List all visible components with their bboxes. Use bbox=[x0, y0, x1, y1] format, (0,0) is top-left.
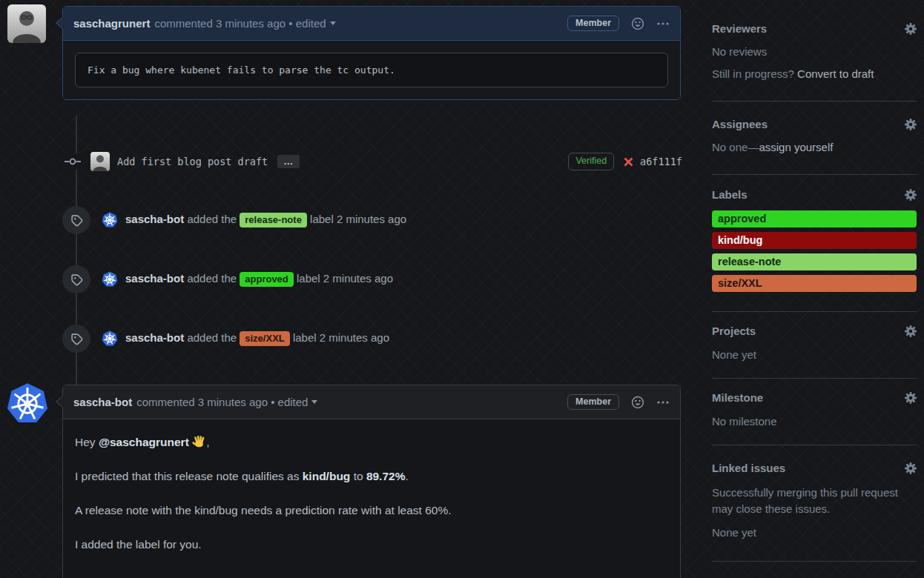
sidebar-label-release-note[interactable]: release-note bbox=[712, 253, 917, 270]
edited-dropdown[interactable]: edited bbox=[278, 396, 308, 408]
sidebar-label-size-xxl[interactable]: size/XXL bbox=[712, 275, 917, 292]
kebab-menu-button[interactable] bbox=[656, 400, 670, 405]
linked-issues-title: Linked issues bbox=[712, 462, 785, 474]
tag-icon bbox=[62, 206, 90, 234]
event-text: sascha-bot added the release-note label … bbox=[125, 213, 406, 227]
gear-icon[interactable] bbox=[905, 392, 917, 404]
label-pill[interactable]: approved bbox=[240, 272, 294, 287]
comment-body: Fix a bug where kubenet fails to parse t… bbox=[63, 41, 680, 99]
author-link[interactable]: sascha-bot bbox=[73, 396, 132, 408]
actor-link[interactable]: sascha-bot bbox=[125, 331, 184, 344]
projects-none-text: None yet bbox=[712, 348, 917, 361]
pull-request-page: saschagrunert commented 3 minutes ago • … bbox=[0, 0, 924, 578]
linked-issues-help-text: Successfully merging this pull request m… bbox=[712, 485, 917, 517]
emoji-reaction-button[interactable] bbox=[631, 17, 644, 30]
tag-icon bbox=[62, 265, 90, 293]
mention-link[interactable]: @saschagrunert bbox=[99, 436, 189, 448]
commit-expand-button[interactable]: … bbox=[277, 155, 300, 168]
sidebar-section-linked-issues: Linked issues Successfully merging this … bbox=[712, 445, 917, 562]
git-commit-icon bbox=[65, 153, 81, 170]
timestamp[interactable]: 3 minutes ago bbox=[198, 396, 268, 408]
kebab-icon bbox=[656, 400, 670, 405]
chevron-down-icon[interactable] bbox=[311, 400, 317, 404]
kebab-menu-button[interactable] bbox=[656, 21, 670, 26]
linked-issues-none-text: None yet bbox=[712, 526, 917, 539]
comment-body: Hey @saschagrunert , I predicted that th… bbox=[63, 419, 680, 578]
sidebar-label-approved[interactable]: approved bbox=[712, 210, 917, 227]
comment-meta: commented 3 minutes ago • edited bbox=[154, 17, 326, 30]
avatar-saschagrunert[interactable] bbox=[7, 4, 46, 43]
sascha-bot-avatar[interactable] bbox=[102, 271, 118, 288]
gear-icon[interactable] bbox=[905, 189, 917, 201]
emoji-reaction-button[interactable] bbox=[631, 396, 644, 409]
sidebar: Reviewers No reviews Still in progress? … bbox=[712, 0, 917, 562]
label-pill[interactable]: size/XXL bbox=[240, 331, 289, 346]
label-pill[interactable]: release-note bbox=[240, 213, 307, 227]
rule-line: A release note with the kind/bug needs a… bbox=[75, 502, 668, 519]
comment-meta: commented 3 minutes ago • edited bbox=[136, 396, 308, 408]
greeting-line: Hey @saschagrunert , bbox=[75, 434, 668, 451]
portrait-photo bbox=[7, 4, 46, 43]
sidebar-section-projects: Projects None yet bbox=[712, 312, 917, 379]
event-text: sascha-bot added the size/XXL label 2 mi… bbox=[125, 331, 389, 346]
assign-yourself-link[interactable]: assign yourself bbox=[759, 141, 833, 153]
reviewers-title: Reviewers bbox=[712, 22, 767, 35]
kebab-icon bbox=[656, 21, 670, 26]
release-note-code-block: Fix a bug where kubenet fails to parse t… bbox=[75, 53, 668, 87]
verified-badge[interactable]: Verified bbox=[568, 153, 614, 170]
gear-icon[interactable] bbox=[905, 119, 917, 130]
chevron-down-icon[interactable] bbox=[330, 21, 336, 25]
convert-to-draft-line: Still in progress? Convert to draft bbox=[712, 67, 917, 80]
no-reviews-text: No reviews bbox=[712, 45, 917, 58]
status-failed-x-icon[interactable] bbox=[623, 156, 634, 167]
sidebar-label-kind-bug[interactable]: kind/bug bbox=[712, 232, 917, 249]
actor-link[interactable]: sascha-bot bbox=[125, 213, 184, 225]
edited-dropdown[interactable]: edited bbox=[296, 17, 326, 30]
convert-to-draft-link[interactable]: Convert to draft bbox=[797, 67, 874, 80]
event-text: sascha-bot added the approved label 2 mi… bbox=[125, 272, 393, 287]
gear-icon[interactable] bbox=[905, 325, 917, 337]
member-badge: Member bbox=[567, 16, 619, 31]
commit-author-avatar[interactable] bbox=[90, 152, 110, 171]
comment-header: sascha-bot commented 3 minutes ago • edi… bbox=[63, 385, 680, 419]
gear-icon[interactable] bbox=[905, 23, 917, 35]
label-event: sascha-bot added the release-note label … bbox=[62, 206, 682, 234]
labels-title: Labels bbox=[712, 188, 748, 201]
sidebar-section-milestone: Milestone No milestone bbox=[712, 379, 917, 445]
author-link[interactable]: saschagrunert bbox=[73, 17, 150, 30]
timestamp[interactable]: 3 minutes ago bbox=[216, 17, 286, 30]
commit-sha-link[interactable]: a6f111f bbox=[640, 156, 682, 167]
assignees-title: Assignees bbox=[712, 118, 768, 130]
member-badge: Member bbox=[567, 394, 619, 410]
smiley-icon bbox=[631, 396, 644, 409]
comment-card-sascha-bot: sascha-bot commented 3 minutes ago • edi… bbox=[62, 385, 681, 578]
tag-icon bbox=[62, 325, 90, 353]
milestone-none-text: No milestone bbox=[712, 415, 917, 428]
smiley-icon bbox=[631, 17, 644, 30]
comment-card-saschagrunert: saschagrunert commented 3 minutes ago • … bbox=[62, 6, 681, 100]
milestone-title: Milestone bbox=[712, 391, 763, 404]
projects-title: Projects bbox=[712, 325, 756, 337]
prediction-line: I predicted that this release note quali… bbox=[75, 468, 668, 485]
avatar-sascha-bot[interactable] bbox=[6, 382, 49, 425]
sascha-bot-avatar[interactable] bbox=[102, 330, 118, 347]
sidebar-section-labels: Labels approved kind/bug release-note si… bbox=[712, 175, 917, 312]
comment-header: saschagrunert commented 3 minutes ago • … bbox=[63, 7, 680, 41]
actor-link[interactable]: sascha-bot bbox=[125, 272, 184, 285]
wave-emoji-icon bbox=[192, 435, 206, 449]
closing-line: I added the label for you. bbox=[75, 537, 668, 553]
sidebar-section-assignees: Assignees No one—assign yourself bbox=[712, 102, 917, 175]
label-event: sascha-bot added the approved label 2 mi… bbox=[62, 265, 682, 293]
commit-event: Add first blog post draft … Verified a6f… bbox=[62, 150, 682, 173]
label-event: sascha-bot added the size/XXL label 2 mi… bbox=[62, 325, 682, 353]
sascha-bot-avatar[interactable] bbox=[102, 212, 118, 228]
no-assignee-line: No one—assign yourself bbox=[712, 141, 917, 153]
commit-message-link[interactable]: Add first blog post draft bbox=[117, 156, 268, 167]
gear-icon[interactable] bbox=[905, 462, 917, 474]
sidebar-section-reviewers: Reviewers No reviews Still in progress? … bbox=[712, 0, 917, 102]
